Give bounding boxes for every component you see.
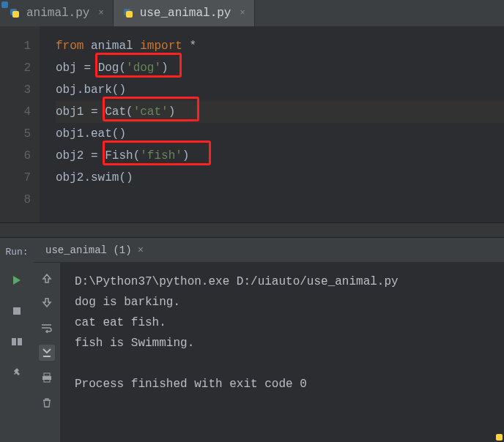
line-number: 6 [0, 145, 40, 167]
line-number: 1 [0, 35, 40, 57]
close-icon[interactable]: × [98, 8, 103, 18]
run-console-toolbar [34, 263, 60, 442]
console-line: cat eat fish. [75, 316, 166, 329]
down-arrow-icon[interactable] [39, 295, 55, 311]
trash-icon[interactable] [39, 394, 55, 411]
console-line: dog is barking. [75, 296, 180, 309]
scroll-to-end-icon[interactable] [39, 345, 55, 361]
code-line: obj.bark() [56, 79, 504, 101]
tab-label: use_animal.py [140, 7, 231, 20]
python-file-icon [9, 7, 21, 19]
run-panel-label: Run: [5, 247, 28, 258]
line-number: 8 [0, 189, 40, 211]
python-file-icon [122, 7, 134, 19]
run-config-label: use_animal (1) [45, 244, 132, 256]
svg-rect-4 [44, 373, 50, 376]
line-number: 3 [0, 79, 40, 101]
run-body: use_animal (1) × [34, 238, 504, 442]
run-tool-window: Run: use_animal (1) × [0, 237, 504, 442]
pin-icon[interactable] [9, 364, 25, 381]
stop-icon[interactable] [9, 303, 25, 319]
code-area[interactable]: from animal import * obj = Dog('dog') ob… [40, 26, 504, 222]
svg-rect-3 [18, 338, 22, 345]
console-line: D:\Python37\python.exe D:/uiauto/use_ani… [75, 275, 399, 288]
up-arrow-icon[interactable] [39, 270, 55, 286]
run-icon[interactable] [9, 272, 25, 288]
run-content: D:\Python37\python.exe D:/uiauto/use_ani… [34, 263, 504, 442]
svg-marker-0 [13, 276, 21, 285]
svg-rect-1 [13, 307, 21, 315]
tab-use-animal-py[interactable]: use_animal.py × [114, 0, 255, 26]
print-icon[interactable] [39, 370, 55, 386]
soft-wrap-icon[interactable] [39, 320, 55, 336]
console-line: Process finished with exit code 0 [75, 378, 307, 391]
console-line: fish is Swimming. [75, 337, 194, 350]
code-line: obj1 = Cat('cat') [56, 101, 504, 123]
editor-tabs: animal.py × use_animal.py × [0, 0, 504, 26]
code-line: from animal import * [56, 35, 504, 57]
svg-rect-2 [12, 338, 16, 345]
line-number: 5 [0, 123, 40, 145]
code-editor[interactable]: 1 2 3 4 5 6 7 8 from animal import * obj… [0, 26, 504, 222]
line-gutter: 1 2 3 4 5 6 7 8 [0, 26, 40, 222]
code-line: obj2 = Fish('fish') [56, 145, 504, 167]
tab-animal-py[interactable]: animal.py × [0, 0, 114, 26]
code-line: obj2.swim() [56, 167, 504, 189]
panel-divider[interactable] [0, 222, 504, 237]
close-icon[interactable]: × [240, 8, 245, 18]
tab-label: animal.py [26, 7, 89, 20]
line-number: 2 [0, 57, 40, 79]
console-output[interactable]: D:\Python37\python.exe D:/uiauto/use_ani… [60, 263, 504, 442]
close-icon[interactable]: × [138, 244, 144, 256]
run-config-tab[interactable]: use_animal (1) × [34, 238, 504, 263]
run-side-toolbar: Run: [0, 238, 34, 442]
code-line: obj = Dog('dog') [56, 57, 504, 79]
code-line: obj1.eat() [56, 123, 504, 145]
layout-icon[interactable] [9, 334, 25, 350]
line-number: 4 [0, 101, 40, 123]
line-number: 7 [0, 167, 40, 189]
